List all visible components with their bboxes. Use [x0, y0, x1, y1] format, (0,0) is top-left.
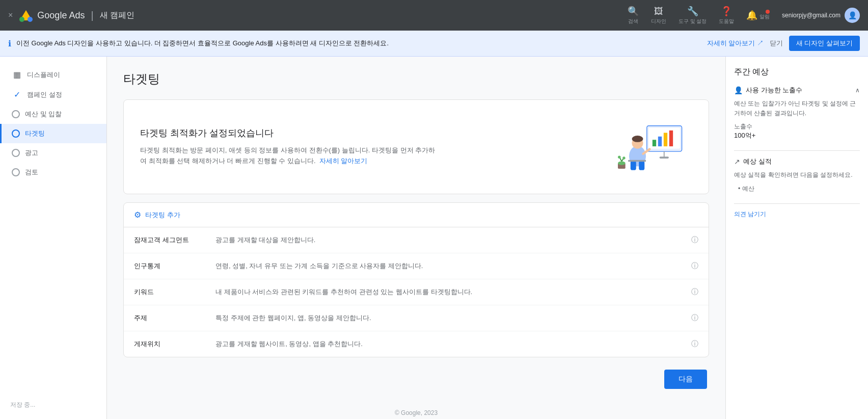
search-label: 검색 [628, 18, 638, 25]
close-button[interactable]: × [8, 11, 13, 20]
audience-segment-label: 잠재고객 세그먼트 [134, 235, 215, 245]
search-action[interactable]: 🔍 검색 [628, 6, 639, 25]
table-row[interactable]: 잠재고객 세그먼트 광고를 게재할 대상을 제안합니다. ⓘ [124, 227, 709, 253]
audience-info-icon: ⓘ [691, 235, 698, 245]
banner-actions: 자세히 알아보기 ↗ 닫기 새 디자인 살펴보기 [707, 36, 860, 51]
targeting-optimization-card: 타겟팅 최적화가 설정되었습니다 타겟팅 최적화는 방문 페이지, 애셋 등의 … [123, 99, 709, 194]
sidebar-item-campaign-label: 캠페인 설정 [27, 90, 62, 99]
panel-divider-2 [734, 203, 860, 204]
opt-card-learn-more-link[interactable]: 자세히 알아보기 [319, 157, 368, 165]
svg-point-1 [28, 17, 33, 22]
feedback-link[interactable]: 의견 남기기 [734, 211, 766, 218]
opt-card-content: 타겟팅 최적화가 설정되었습니다 타겟팅 최적화는 방문 페이지, 애셋 등의 … [140, 127, 436, 167]
add-targeting-button[interactable]: ⚙ 타겟팅 추가 [124, 203, 709, 227]
svg-rect-10 [660, 156, 669, 159]
svg-point-19 [618, 161, 626, 165]
sidebar-item-campaign-settings[interactable]: ✓ 캠페인 설정 [0, 85, 106, 104]
avatar: 👤 [845, 8, 860, 23]
add-targeting-label: 타겟팅 추가 [145, 211, 180, 220]
saving-status: 저장 중... [10, 401, 35, 408]
metric-label: 노출수 [734, 122, 860, 131]
user-account[interactable]: seniorpjy@gmail.com 👤 [782, 8, 860, 23]
ads-icon [12, 149, 20, 157]
search-icon: 🔍 [628, 6, 639, 17]
performance-bullet: • 예산 [738, 185, 754, 192]
sidebar-item-display-label: 디스플레이 [27, 70, 60, 80]
sidebar-item-targeting[interactable]: 타겟팅 [0, 124, 106, 143]
sidebar-item-budget[interactable]: 예산 및 입찰 [0, 104, 106, 124]
topbar-actions: 🔍 검색 🖼 디자인 🔧 도구 및 설정 ❓ 도움말 🔔 알림 seniorpj… [628, 6, 860, 25]
settings-icon: ⚙ [134, 210, 141, 220]
help-action[interactable]: ❓ 도움말 [719, 6, 734, 25]
learn-more-link[interactable]: 자세히 알아보기 ↗ [707, 39, 764, 48]
reach-section: 👤 사용 가능한 노출수 ∧ 예산 또는 입찰가가 아닌 타겟팅 및 설정에 근… [734, 86, 860, 140]
reach-section-title: 👤 사용 가능한 노출수 [734, 86, 802, 95]
topics-label: 주제 [134, 313, 215, 323]
right-panel: 주간 예상 👤 사용 가능한 노출수 ∧ 예산 또는 입찰가가 아닌 타겟팅 및… [725, 57, 868, 419]
design-icon: 🖼 [654, 6, 663, 17]
reach-chevron-icon[interactable]: ∧ [855, 87, 860, 94]
svg-rect-17 [628, 160, 646, 162]
performance-section-header: ↗ 예상 실적 [734, 157, 860, 166]
design-banner: ℹ 이전 Google Ads 디자인을 사용하고 있습니다. 더 집중하면서 … [0, 31, 868, 57]
demographics-info-icon: ⓘ [691, 261, 698, 271]
targeting-section: ⚙ 타겟팅 추가 잠재고객 세그먼트 광고를 게재할 대상을 제안합니다. ⓘ … [123, 202, 709, 357]
explore-design-button[interactable]: 새 디자인 살펴보기 [789, 36, 860, 51]
panel-divider [734, 150, 860, 151]
content-area: 타겟팅 타겟팅 최적화가 설정되었습니다 타겟팅 최적화는 방문 페이지, 애셋… [107, 57, 725, 419]
opt-card-title: 타겟팅 최적화가 설정되었습니다 [140, 127, 436, 139]
sidebar-item-display[interactable]: ▦ 디스플레이 [0, 65, 106, 85]
bell-icon: 🔔 [746, 10, 757, 20]
budget-icon [12, 110, 20, 118]
sidebar-item-review[interactable]: 검토 [0, 163, 106, 182]
table-row[interactable]: 주제 특정 주제에 관한 웹페이지, 앱, 동영상을 제안합니다. ⓘ [124, 305, 709, 331]
brand-name: Google Ads [37, 10, 85, 21]
user-email: seniorpjy@gmail.com [782, 12, 840, 19]
metric-value: 100억+ [734, 131, 860, 140]
topics-info-icon: ⓘ [691, 313, 698, 323]
sidebar: ▦ 디스플레이 ✓ 캠페인 설정 예산 및 입찰 타겟팅 광고 검 [0, 57, 107, 419]
keywords-desc: 내 제품이나 서비스와 관련된 키워드를 추천하여 관련성 있는 웹사이트를 타… [215, 287, 688, 297]
check-icon: ✓ [12, 90, 22, 99]
main-layout: ▦ 디스플레이 ✓ 캠페인 설정 예산 및 입찰 타겟팅 광고 검 [0, 57, 868, 419]
help-label: 도움말 [719, 18, 734, 25]
tools-action[interactable]: 🔧 도구 및 설정 [679, 6, 707, 25]
help-icon: ❓ [721, 6, 732, 17]
table-row[interactable]: 인구통계 연령, 성별, 자녀 유무 또는 가계 소득을 기준으로 사용자를 제… [124, 253, 709, 279]
next-button[interactable]: 다음 [664, 370, 707, 389]
banner-close-button[interactable]: 닫기 [770, 39, 783, 48]
opt-card-desc: 타겟팅 최적화는 방문 페이지, 애셋 등의 정보를 사용하여 전환수(를) 늘… [140, 145, 436, 167]
performance-section: ↗ 예상 실적 예상 실적을 확인하려면 다음을 설정하세요. • 예산 [734, 157, 860, 193]
svg-point-2 [19, 17, 24, 22]
alerts-action[interactable]: 🔔 알림 [746, 10, 770, 21]
chart-icon: ↗ [734, 158, 740, 166]
display-icon: ▦ [12, 70, 22, 80]
panel-title: 주간 예상 [734, 67, 860, 77]
review-icon [12, 168, 20, 176]
svg-point-21 [618, 155, 621, 159]
topbar-logo: Google Ads [19, 8, 85, 22]
performance-section-title: ↗ 예상 실적 [734, 157, 772, 166]
placements-desc: 광고를 게재할 웹사이트, 동영상, 앱을 추천합니다. [215, 339, 688, 349]
table-row[interactable]: 키워드 내 제품이나 서비스와 관련된 키워드를 추천하여 관련성 있는 웹사이… [124, 279, 709, 305]
table-row[interactable]: 게재위치 광고를 게재할 웹사이트, 동영상, 앱을 추천합니다. ⓘ [124, 331, 709, 357]
demographics-desc: 연령, 성별, 자녀 유무 또는 가계 소득을 기준으로 사용자를 제안합니다. [215, 261, 688, 271]
placements-label: 게재위치 [134, 339, 215, 349]
sidebar-nav: ▦ 디스플레이 ✓ 캠페인 설정 예산 및 입찰 타겟팅 광고 검 [0, 65, 106, 182]
svg-rect-8 [669, 130, 673, 146]
svg-rect-5 [653, 140, 656, 146]
banner-info-icon: ℹ [8, 39, 11, 48]
alerts-label: 알림 [760, 14, 770, 19]
page-title-topbar: 새 캠페인 [100, 10, 134, 21]
tools-icon: 🔧 [687, 6, 698, 17]
design-action[interactable]: 🖼 디자인 [651, 6, 666, 25]
sidebar-item-ads-label: 광고 [25, 148, 38, 158]
svg-rect-6 [658, 137, 662, 146]
sidebar-item-ads[interactable]: 광고 [0, 143, 106, 163]
placements-info-icon: ⓘ [691, 339, 698, 349]
keywords-info-icon: ⓘ [691, 287, 698, 297]
reach-desc: 예산 또는 입찰가가 아닌 타겟팅 및 설정에 근거하여 산출된 결과입니다. [734, 99, 860, 118]
footer-copyright: © Google, 2023 [123, 409, 709, 416]
performance-desc: 예상 실적을 확인하려면 다음을 설정하세요. [734, 170, 860, 180]
svg-rect-7 [664, 133, 667, 147]
